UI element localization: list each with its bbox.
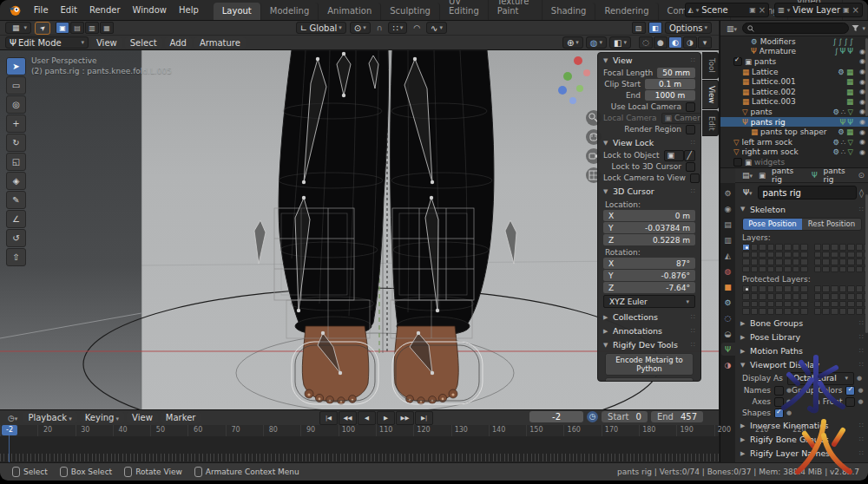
current-frame-field[interactable]: -2 (529, 411, 583, 422)
collapsed-panel-header[interactable]: ▶Bone Groups (735, 317, 868, 330)
rigify-encode-button[interactable]: Encode Metarig to Python (605, 353, 694, 376)
layer-cell[interactable] (775, 301, 783, 308)
layer-cell[interactable] (831, 285, 838, 292)
layer-cell[interactable] (742, 301, 750, 308)
layer-cell[interactable] (751, 244, 759, 251)
layer-cell[interactable] (839, 252, 847, 258)
transport-button[interactable]: ◀ (358, 411, 376, 425)
display-as-dropdown[interactable]: Octahedral▾ (787, 372, 854, 385)
viewport-display-panel-header[interactable]: ▼Viewport Display (735, 358, 868, 372)
transport-button[interactable]: |◀ (319, 411, 338, 425)
collapsed-panel-header[interactable]: ▶Rigify Bone Groups (735, 433, 868, 447)
lock-camera-checkbox[interactable] (690, 173, 700, 183)
fake-user-shield-icon[interactable]: ◊ (859, 188, 864, 198)
select-mode-box-icon[interactable]: ▣ (56, 22, 69, 34)
layer-cell[interactable] (822, 293, 830, 300)
search-input[interactable] (757, 23, 812, 33)
collapsed-panel-header[interactable]: ▶Motion Paths (735, 344, 868, 358)
properties-tab[interactable] (721, 327, 735, 340)
overlays-dropdown[interactable]: ◍▾ (586, 36, 607, 49)
transport-button[interactable]: ▶▶ (396, 411, 414, 425)
layer-cell[interactable] (847, 266, 855, 273)
layer-cell[interactable] (831, 293, 838, 300)
shading-wireframe-icon[interactable]: ◌ (639, 36, 653, 49)
layer-cell[interactable] (784, 301, 792, 308)
layer-cell[interactable] (856, 293, 864, 300)
toolbar-tool-button[interactable]: ✎ (6, 191, 26, 209)
properties-tab[interactable] (721, 296, 735, 309)
layer-cell[interactable] (856, 258, 864, 265)
toolbar-tool-button[interactable]: ▭ (6, 76, 26, 95)
layer-cell[interactable] (856, 285, 864, 292)
blender-logo-icon[interactable] (9, 3, 21, 16)
clip-end-field[interactable]: 1000 m (645, 90, 695, 101)
layer-cell[interactable] (831, 244, 838, 251)
eye-icon[interactable]: ◉ (859, 57, 865, 65)
armature-layers-grid[interactable] (742, 244, 862, 272)
workspace-tab[interactable]: Rendering (595, 3, 658, 20)
outliner-row[interactable]: right arm sock ◉ (720, 147, 868, 158)
layer-cell[interactable] (784, 285, 792, 292)
layer-cell[interactable] (775, 252, 783, 258)
layer-cell[interactable] (792, 252, 800, 258)
timeline-ruler[interactable]: 2030405060708090100110120130140150160170… (0, 425, 719, 437)
layer-cell[interactable] (822, 266, 830, 273)
filter-dropdown-icon[interactable]: ▾ (862, 25, 865, 32)
layer-cell[interactable] (742, 293, 750, 300)
properties-tab[interactable] (721, 218, 735, 231)
layer-cell[interactable] (831, 308, 838, 315)
layer-cell[interactable] (775, 293, 783, 300)
layer-cell[interactable] (775, 308, 783, 315)
layer-cell[interactable] (839, 293, 847, 300)
skeleton-panel-header[interactable]: ▼Skeleton (735, 202, 868, 216)
layer-cell[interactable] (759, 301, 766, 308)
layer-cell[interactable] (839, 308, 847, 315)
rigify-encode-button[interactable]: Encode Sample to Python (605, 377, 694, 382)
layer-cell[interactable] (767, 308, 775, 315)
layer-cell[interactable] (767, 266, 775, 273)
topbar-menu[interactable]: Help (173, 3, 205, 17)
toolbar-tool-button[interactable]: ↻ (6, 134, 26, 152)
layer-cell[interactable] (751, 252, 759, 258)
layer-cell[interactable] (800, 285, 808, 292)
proportional-editing-icon[interactable]: ◠ (411, 23, 423, 33)
layer-cell[interactable] (751, 301, 759, 308)
eyedropper-icon[interactable]: ╱ (684, 150, 695, 161)
layer-cell[interactable] (847, 301, 855, 308)
snap-magnet-icon[interactable]: ∩ (374, 23, 385, 33)
layer-cell[interactable] (814, 258, 822, 265)
select-mode-extend-icon[interactable]: ▤ (70, 22, 84, 34)
pin-icon[interactable]: ⊙ (858, 171, 865, 180)
layer-cell[interactable] (800, 244, 808, 251)
layer-cell[interactable] (767, 293, 775, 300)
rest-position-button[interactable]: Rest Position (802, 219, 861, 230)
topbar-menu[interactable]: Edit (55, 3, 83, 17)
layer-cell[interactable] (839, 258, 847, 265)
layer-cell[interactable] (822, 244, 830, 251)
viewport-menu[interactable]: Select (125, 37, 162, 49)
n-panel-tab[interactable]: View (702, 80, 719, 109)
snap-target-dropdown[interactable]: ∷▾ (388, 22, 407, 34)
layer-cell[interactable] (814, 266, 822, 273)
layer-cell[interactable] (742, 266, 750, 273)
display-checkbox[interactable] (845, 397, 855, 407)
layer-cell[interactable] (847, 244, 855, 251)
timeline-menu[interactable]: Playback ▾ (23, 412, 76, 423)
select-mode-intersect-icon[interactable]: ▦ (100, 22, 114, 34)
layer-cell[interactable] (822, 308, 830, 315)
layer-cell[interactable] (792, 244, 800, 251)
mode-dropdown[interactable]: Ψ Edit Mode ▾ (5, 36, 89, 49)
layer-cell[interactable] (800, 266, 808, 273)
layer-cell[interactable] (792, 285, 800, 292)
timeline-menu[interactable]: Marker (161, 412, 201, 423)
layer-cell[interactable] (784, 293, 792, 300)
layer-cell[interactable] (847, 293, 855, 300)
layer-cell[interactable] (792, 301, 800, 308)
layer-cell[interactable] (831, 266, 838, 273)
properties-tab[interactable] (721, 311, 735, 324)
layer-cell[interactable] (784, 308, 792, 315)
eye-icon[interactable]: ◉ (859, 128, 865, 136)
eye-icon[interactable]: ◉ (859, 108, 865, 115)
outliner-row[interactable]: Modifiers (720, 36, 868, 47)
layer-cell[interactable] (792, 266, 800, 273)
